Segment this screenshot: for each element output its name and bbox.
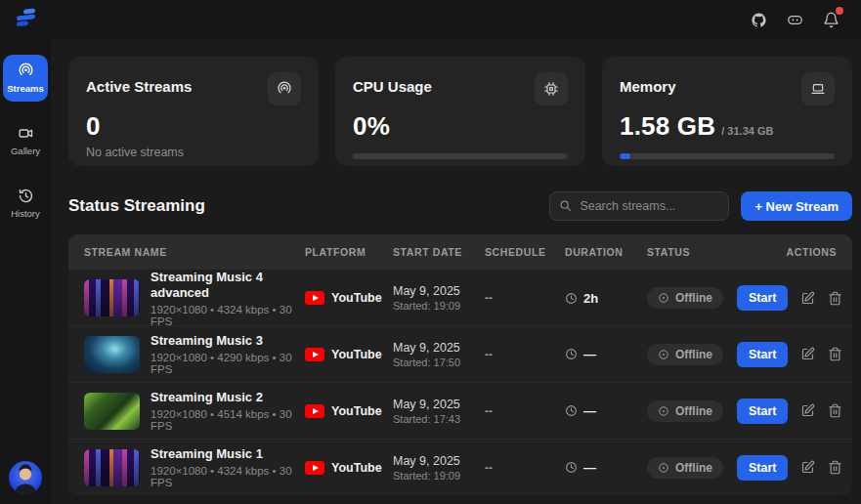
stream-meta: 1920×1080 • 4324 kbps • 30 FPS xyxy=(151,304,305,327)
status-label: Offline xyxy=(675,461,712,475)
sidebar-item-history[interactable]: History xyxy=(3,180,48,227)
duration-value: — xyxy=(583,460,596,475)
stream-name: Streaming Music 1 xyxy=(151,446,305,462)
status-badge: Offline xyxy=(647,457,723,479)
start-button[interactable]: Start xyxy=(737,285,788,311)
laptop-icon xyxy=(801,72,835,105)
sidebar-item-gallery[interactable]: Gallery xyxy=(3,117,48,164)
delete-icon[interactable] xyxy=(828,347,842,361)
youtube-icon xyxy=(305,291,324,305)
topbar xyxy=(51,0,861,39)
discord-icon[interactable] xyxy=(787,12,803,28)
active-streams-card: Active Streams 0 No active streams xyxy=(68,57,319,166)
table-header-row: STREAM NAME PLATFORM START DATE SCHEDULE… xyxy=(68,234,852,269)
card-title: Memory xyxy=(620,72,676,95)
memory-card: Memory 1.58 GB / 31.34 GB xyxy=(602,57,852,166)
start-button[interactable]: Start xyxy=(737,342,788,367)
stream-meta: 1920×1080 • 4290 kbps • 30 FPS xyxy=(151,352,305,375)
column-header: PLATFORM xyxy=(305,246,393,258)
stream-meta: 1920×1080 • 4514 kbps • 30 FPS xyxy=(151,408,305,432)
stream-thumbnail xyxy=(84,393,140,430)
main-content: Active Streams 0 No active streams CPU U… xyxy=(51,39,861,504)
status-badge: Offline xyxy=(647,287,723,309)
stream-name: Streaming Music 2 xyxy=(151,390,305,405)
memory-total: / 31.34 GB xyxy=(721,125,773,137)
section-header: Status Streaming + New Stream xyxy=(68,191,852,221)
search-input[interactable] xyxy=(549,191,729,221)
schedule-value: -- xyxy=(485,404,565,418)
history-icon xyxy=(18,188,34,204)
platform-label: YouTube xyxy=(331,348,382,361)
active-streams-value: 0 xyxy=(86,111,301,142)
clock-icon xyxy=(565,404,578,417)
platform-label: YouTube xyxy=(331,404,382,418)
broadcast-icon xyxy=(18,63,34,79)
status-dot-icon xyxy=(658,292,669,304)
column-header: ACTIONS xyxy=(737,246,837,258)
delete-icon[interactable] xyxy=(828,460,842,475)
start-date: May 9, 2025 xyxy=(393,454,485,468)
broadcast-icon xyxy=(268,72,301,105)
new-stream-button[interactable]: + New Stream xyxy=(741,191,852,221)
avatar-image xyxy=(9,461,42,494)
youtube-icon xyxy=(305,461,324,475)
app-logo[interactable] xyxy=(0,0,51,39)
memory-progress-bar xyxy=(620,153,835,159)
status-label: Offline xyxy=(675,348,712,361)
cpu-value: 0% xyxy=(353,111,568,142)
start-button[interactable]: Start xyxy=(737,399,788,424)
clock-icon xyxy=(565,292,578,305)
sidebar: Streams Gallery History xyxy=(0,39,51,504)
delete-icon[interactable] xyxy=(828,291,842,306)
edit-icon[interactable] xyxy=(800,347,815,361)
memory-value: 1.58 GB xyxy=(620,111,715,142)
schedule-value: -- xyxy=(485,461,565,475)
cpu-chip-icon xyxy=(535,72,568,105)
column-header: DURATION xyxy=(565,246,647,258)
stream-name: Streaming Music 3 xyxy=(151,333,305,349)
edit-icon[interactable] xyxy=(800,403,815,418)
card-title: CPU Usage xyxy=(353,72,432,95)
start-date: May 9, 2025 xyxy=(393,398,485,411)
logo-icon xyxy=(13,7,38,32)
memory-progress-fill xyxy=(620,153,630,159)
cpu-progress-bar xyxy=(353,153,568,159)
app-window: Streams Gallery History xyxy=(0,0,861,504)
search-icon xyxy=(559,199,572,212)
sidebar-item-streams[interactable]: Streams xyxy=(3,55,48,102)
youtube-icon xyxy=(305,348,324,361)
sidebar-item-label: Gallery xyxy=(11,146,40,156)
stat-cards: Active Streams 0 No active streams CPU U… xyxy=(68,57,852,166)
cpu-usage-card: CPU Usage 0% xyxy=(335,57,585,166)
status-badge: Offline xyxy=(647,344,723,365)
clock-icon xyxy=(565,461,578,474)
status-dot-icon xyxy=(658,349,669,360)
notification-dot xyxy=(836,7,843,15)
edit-icon[interactable] xyxy=(800,460,815,475)
stream-thumbnail xyxy=(84,279,140,316)
schedule-value: -- xyxy=(485,348,565,361)
column-header: SCHEDULE xyxy=(485,246,565,258)
edit-icon[interactable] xyxy=(800,291,815,306)
platform-label: YouTube xyxy=(331,291,382,305)
bell-icon[interactable] xyxy=(823,12,839,28)
duration-value: — xyxy=(583,347,596,361)
streams-table: STREAM NAME PLATFORM START DATE SCHEDULE… xyxy=(68,234,852,495)
column-header: START DATE xyxy=(393,246,485,258)
sidebar-item-label: History xyxy=(11,208,40,219)
stream-thumbnail xyxy=(84,449,140,486)
stream-name: Streaming Music 4 advanced xyxy=(151,270,305,302)
card-title: Active Streams xyxy=(86,72,192,95)
start-time: Started: 19:09 xyxy=(393,470,485,482)
github-icon[interactable] xyxy=(751,12,767,28)
active-streams-subtitle: No active streams xyxy=(86,146,301,159)
page-title: Status Streaming xyxy=(68,196,205,216)
duration-value: — xyxy=(583,403,596,418)
user-avatar[interactable] xyxy=(9,461,42,494)
schedule-value: -- xyxy=(485,291,565,305)
table-row: Streaming Music 2 1920×1080 • 4514 kbps … xyxy=(68,382,852,439)
delete-icon[interactable] xyxy=(828,403,842,418)
stream-thumbnail xyxy=(84,336,140,373)
start-button[interactable]: Start xyxy=(737,455,788,481)
status-label: Offline xyxy=(675,404,712,418)
